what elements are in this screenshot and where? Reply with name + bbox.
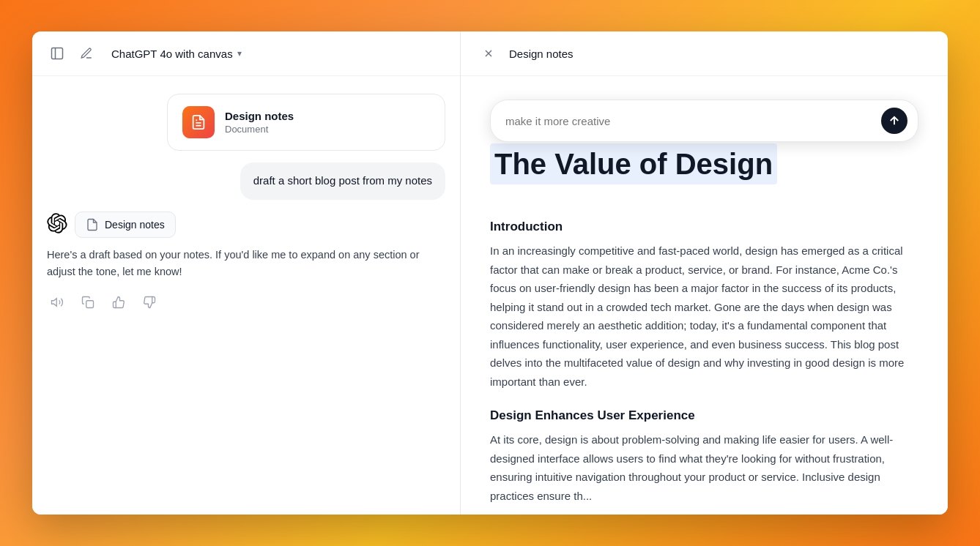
card-title: Design notes: [225, 110, 294, 122]
action-bar: [47, 292, 445, 313]
audio-button[interactable]: [47, 292, 67, 313]
doc-chip-document-icon: [86, 218, 99, 231]
document-content: The Value of Design Introduction In an i…: [490, 143, 918, 505]
doc-main-title: The Value of Design: [490, 143, 777, 184]
doc-chip[interactable]: Design notes: [75, 212, 176, 238]
right-content: The Value of Design Introduction In an i…: [461, 76, 948, 515]
svg-marker-4: [52, 299, 57, 307]
ai-response: Design notes Here's a draft based on you…: [47, 212, 445, 313]
doc-section1-text: At its core, design is about problem-sol…: [490, 430, 918, 505]
ai-response-text: Here's a draft based on your notes. If y…: [47, 247, 445, 280]
right-panel-title: Design notes: [509, 48, 573, 60]
left-content: Design notes Document draft a short blog…: [32, 76, 460, 515]
floating-input-bar: [490, 100, 918, 142]
close-button[interactable]: [478, 43, 499, 64]
canvas-send-button[interactable]: [881, 108, 907, 134]
canvas-prompt-input[interactable]: [505, 115, 874, 127]
doc-chip-label: Design notes: [105, 219, 165, 231]
left-header: ChatGPT 4o with canvas ▾: [32, 31, 460, 76]
svg-rect-0: [52, 48, 63, 59]
copy-button[interactable]: [78, 292, 98, 313]
svg-rect-5: [86, 301, 94, 308]
doc-icon-wrapper: [182, 106, 215, 138]
model-selector[interactable]: ChatGPT 4o with canvas ▾: [105, 45, 248, 63]
document-icon: [190, 114, 207, 130]
ai-body: Here's a draft based on your notes. If y…: [47, 247, 445, 280]
doc-intro-text: In an increasingly competitive and fast-…: [490, 242, 918, 391]
user-message-text: draft a short blog post from my notes: [253, 173, 432, 190]
thumbs-up-button[interactable]: [108, 292, 129, 313]
doc-intro-heading: Introduction: [490, 220, 918, 234]
ai-avatar: [47, 213, 67, 233]
card-text: Design notes Document: [225, 110, 294, 135]
app-window: ChatGPT 4o with canvas ▾ Desig: [32, 31, 948, 515]
model-name: ChatGPT 4o with canvas: [111, 48, 233, 60]
left-panel: ChatGPT 4o with canvas ▾ Desig: [32, 31, 461, 515]
thumbs-down-button[interactable]: [139, 292, 160, 313]
design-notes-card[interactable]: Design notes Document: [167, 94, 445, 151]
chevron-down-icon: ▾: [237, 48, 242, 59]
right-panel: Design notes The Value of Design Introdu…: [461, 31, 948, 515]
new-chat-button[interactable]: [76, 43, 97, 64]
sidebar-toggle-button[interactable]: [47, 43, 67, 64]
right-header: Design notes: [461, 31, 948, 76]
user-message-bubble: draft a short blog post from my notes: [240, 162, 445, 200]
doc-section1-heading: Design Enhances User Experience: [490, 408, 918, 423]
ai-header: Design notes: [47, 212, 445, 238]
card-subtitle: Document: [225, 124, 294, 135]
